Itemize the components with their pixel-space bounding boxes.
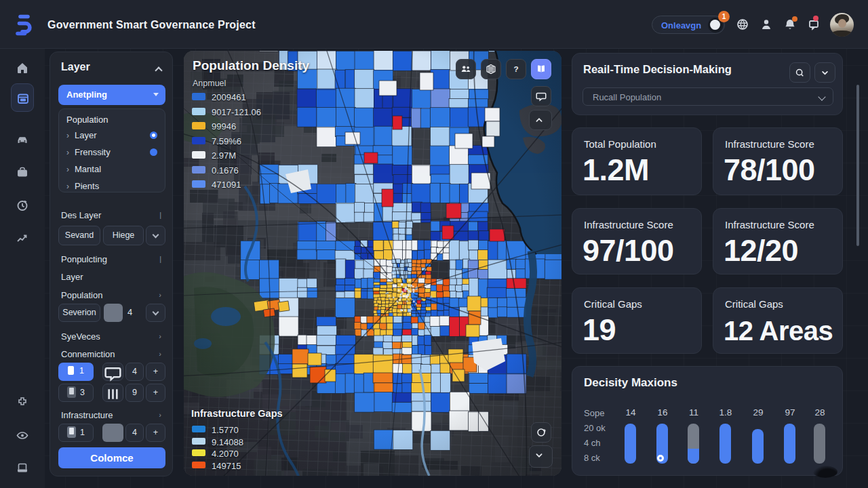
svg-text:?: ? (513, 64, 518, 73)
